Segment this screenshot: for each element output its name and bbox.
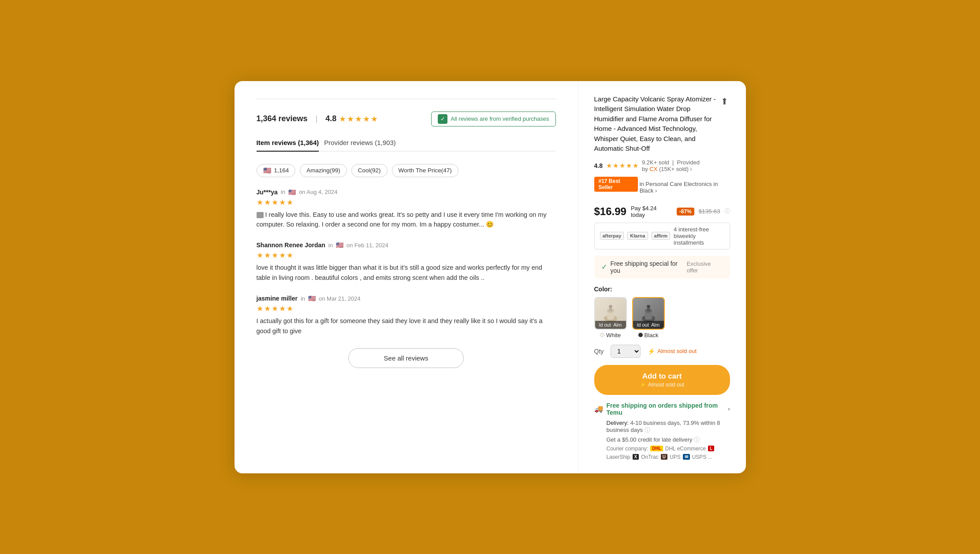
color-name-black: Black	[638, 332, 659, 338]
best-seller-category: in Personal Care Electronics in Black ›	[640, 181, 730, 194]
product-rating-row: 4.8 ★ ★ ★ ★ ★ 9.2K+ sold | Provided by C…	[594, 159, 730, 172]
chip-worth[interactable]: Worth The Price(47)	[392, 164, 458, 177]
color-swatch-black: ld out Alm	[632, 297, 665, 330]
review-item: jasmine miller in 🇺🇸 on Mar 21, 2024 ★ ★…	[257, 295, 556, 336]
reviewer-line: Shannon Renee Jordan in 🇺🇸 on Feb 11, 20…	[257, 242, 556, 249]
almost-sold-out-text: Almost sold out	[657, 348, 697, 354]
product-header-row: Large Capacity Volcanic Spray Atomizer -…	[594, 94, 730, 154]
product-rating-number: 4.8	[594, 162, 603, 169]
color-options: ld out Alm White	[594, 297, 730, 338]
best-seller-badge: #17 Best Seller	[594, 177, 638, 192]
ups-label: UPS	[670, 454, 681, 460]
star-4: ★	[363, 114, 370, 124]
rating-stars: ★ ★ ★ ★ ★	[339, 114, 378, 124]
filter-chips: 🇺🇸 1,164 Amazing(99) Cool(92) Worth The …	[257, 164, 556, 177]
free-shipping-bar: ✓ Free shipping special for you Exclusiv…	[594, 256, 730, 279]
reviewer-flag: 🇺🇸	[336, 242, 343, 249]
klarna-logo: Klarna	[627, 232, 648, 240]
rating-summary: 4.8 ★ ★ ★ ★ ★	[325, 114, 378, 124]
delivery-label: Delivery:	[607, 420, 629, 426]
tab-item-reviews[interactable]: Item reviews (1,364)	[257, 136, 319, 151]
white-label: White	[606, 332, 621, 338]
reviewer-in: in	[281, 189, 285, 195]
cart-warning-icon: ⚡	[640, 382, 646, 388]
affirm-logo: affirm	[652, 232, 671, 240]
check-icon: ✓	[601, 263, 607, 271]
price-row: $16.99 Pay $4.24 today -87% $135.63 ⓘ	[594, 205, 730, 218]
review-item: Shannon Renee Jordan in 🇺🇸 on Feb 11, 20…	[257, 242, 556, 283]
review-text: I actually got this for a gift for someo…	[257, 316, 556, 336]
reviewer-date: on Feb 11, 2024	[347, 242, 388, 249]
reviews-count: 1,364 reviews	[257, 114, 308, 123]
dhl-logo: DHL	[650, 446, 663, 451]
product-title: Large Capacity Volcanic Spray Atomizer -…	[594, 94, 719, 154]
free-shipping-orders-text: Free shipping on orders shipped from Tem…	[607, 402, 725, 416]
provider-link[interactable]: CX	[649, 166, 657, 172]
dhl-label: DHL eCommerce	[665, 446, 706, 452]
best-seller-badge-label: #17 Best Seller	[599, 178, 633, 190]
chip-us-label: 1,164	[274, 167, 289, 174]
installments-text: 4 interest-free biweekly installments	[674, 226, 724, 246]
warning-icon: ⚡	[648, 348, 655, 355]
reviewer-line: Ju***ya in 🇺🇸 on Aug 4, 2024	[257, 189, 556, 196]
courier-label: Courier company:	[607, 446, 648, 452]
flag-icon: 🇺🇸	[263, 167, 272, 175]
reviewer-date: on Mar 21, 2024	[319, 295, 361, 302]
add-to-cart-button[interactable]: Add to cart ⚡ Almost sold out	[594, 365, 730, 395]
afterpay-logo: afterpay	[600, 232, 624, 240]
review-text: I really love this. Easy to use and work…	[257, 210, 556, 230]
chip-cool-label: Cool(92)	[358, 167, 381, 174]
review-stars: ★ ★ ★ ★ ★	[257, 304, 556, 313]
color-option-white[interactable]: ld out Alm White	[594, 297, 627, 338]
reviews-panel: 1,364 reviews | 4.8 ★ ★ ★ ★ ★ ✓ All revi…	[235, 81, 578, 473]
color-label: Color:	[594, 286, 730, 293]
reviewer-in: in	[328, 242, 333, 249]
qty-row: Qty 1 2 3 ⚡ Almost sold out	[594, 345, 730, 358]
sold-out-label: ld out Alm	[633, 321, 664, 329]
product-detail-panel: Large Capacity Volcanic Spray Atomizer -…	[578, 81, 746, 473]
reviewer-line: jasmine miller in 🇺🇸 on Mar 21, 2024	[257, 295, 556, 302]
free-shipping-label: Free shipping special for you	[611, 260, 687, 274]
see-all-reviews-button[interactable]: See all reviews	[348, 348, 464, 368]
chip-amazing[interactable]: Amazing(99)	[300, 164, 347, 177]
ontrac-label: OnTrac	[641, 454, 659, 460]
usps-logo: ✉	[683, 454, 690, 460]
free-shipping-title[interactable]: 🚚 Free shipping on orders shipped from T…	[594, 402, 730, 416]
review-item: Ju***ya in 🇺🇸 on Aug 4, 2024 ★ ★ ★ ★ ★ I…	[257, 189, 556, 230]
info-icon-credit: ⓘ	[694, 436, 700, 443]
review-text: love it thought it was little bigger tha…	[257, 263, 556, 283]
tab-provider-reviews[interactable]: Provider reviews (1,903)	[324, 136, 396, 151]
color-dot-white	[600, 333, 604, 337]
review-stars: ★ ★ ★ ★ ★	[257, 251, 556, 260]
review-image-icon	[257, 212, 264, 218]
reviewer-date: on Aug 4, 2024	[299, 189, 337, 195]
color-section: Color:	[594, 286, 730, 338]
qty-select[interactable]: 1 2 3	[611, 345, 641, 358]
color-name-white: White	[600, 332, 621, 338]
original-price: $135.63	[699, 208, 720, 215]
chip-worth-label: Worth The Price(47)	[399, 167, 452, 174]
info-icon-delivery: ⓘ	[645, 427, 650, 433]
reviewer-flag: 🇺🇸	[288, 189, 296, 196]
star-1: ★	[339, 114, 346, 124]
price-main: $16.99	[594, 205, 626, 218]
sold-info: 9.2K+ sold | Provided by CX (15K+ sold) …	[642, 159, 730, 172]
color-swatch-white: ld out Alm	[594, 297, 627, 330]
verified-icon: ✓	[438, 114, 447, 124]
discount-badge: -87%	[677, 208, 694, 216]
verified-badge: ✓ All reviews are from verified purchase…	[431, 112, 555, 126]
reviews-header: 1,364 reviews | 4.8 ★ ★ ★ ★ ★ ✓ All revi…	[257, 112, 556, 126]
color-option-black[interactable]: ld out Alm Black	[632, 297, 665, 338]
reviewer-in: in	[301, 295, 305, 302]
product-stars: ★ ★ ★ ★ ★	[606, 162, 638, 170]
chip-cool[interactable]: Cool(92)	[351, 164, 388, 177]
svg-point-9	[647, 305, 650, 308]
lasership-label: LaserShip	[607, 454, 630, 460]
color-dot-black	[638, 333, 643, 337]
ups-logo: U	[661, 454, 667, 460]
chip-us[interactable]: 🇺🇸 1,164	[257, 164, 296, 177]
share-icon[interactable]: ⬆	[719, 94, 730, 108]
exclusive-offer-label: Exclusive offer	[687, 260, 723, 274]
star-3: ★	[355, 114, 362, 124]
ontrac-logo: X	[633, 454, 639, 460]
